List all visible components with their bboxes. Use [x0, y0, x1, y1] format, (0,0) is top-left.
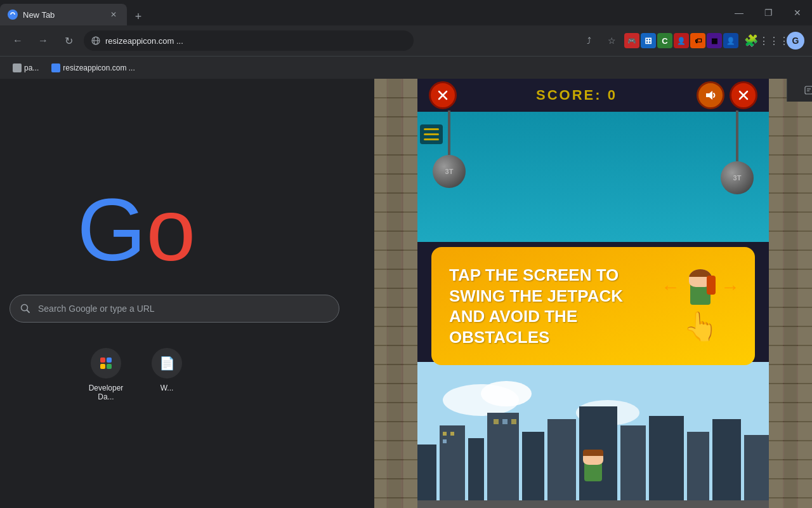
search-icon	[20, 304, 30, 314]
svg-rect-83	[494, 419, 499, 424]
forward-button[interactable]: →	[33, 30, 53, 51]
svg-rect-9	[107, 364, 112, 369]
shortcut-item-0[interactable]: Developer Da...	[81, 348, 131, 401]
svg-rect-63	[798, 79, 812, 508]
shortcut-label-1: W...	[160, 384, 174, 392]
svg-rect-61	[769, 79, 783, 508]
search-box[interactable]: Search Google or type a URL	[10, 295, 339, 323]
svg-rect-73	[547, 419, 576, 508]
svg-rect-35	[374, 79, 387, 508]
ball-left: 3T	[433, 155, 466, 188]
svg-marker-89	[706, 91, 712, 100]
brick-wall-left	[374, 79, 417, 508]
game-score: SCORE: 0	[457, 87, 697, 104]
back-button[interactable]: ←	[8, 30, 28, 51]
active-tab[interactable]: New Tab ✕	[0, 4, 127, 25]
toolbar-icons: ⤴ ☆ 🎮 ⊞ C 👤 🏷 ▦ 👤 🧩 ⋮⋮⋮ G	[579, 30, 804, 51]
apps-button[interactable]: ⋮⋮⋮	[764, 30, 784, 51]
wrecking-ball-left: 3T	[433, 110, 466, 188]
tab-close-button[interactable]: ✕	[108, 9, 119, 20]
reading-list-icon	[804, 86, 812, 95]
ext-icon-5[interactable]: ▦	[707, 33, 722, 48]
hamburger-line-1	[424, 128, 439, 130]
globe-icon	[91, 36, 100, 45]
svg-rect-36	[388, 79, 401, 508]
jetpack	[707, 276, 716, 295]
svg-rect-84	[502, 419, 508, 424]
bookmark-item-0[interactable]: pa...	[8, 60, 44, 76]
instruction-overlay: TAP THE SCREEN TO SWING THE JETPACK AND …	[431, 247, 755, 365]
instruction-visual: ← →	[661, 269, 740, 343]
shortcut-item-1[interactable]: 📄 W...	[141, 348, 192, 401]
reading-list-button[interactable]: Reading...	[787, 79, 812, 102]
arrow-left-icon: ←	[661, 276, 680, 298]
navbar: ← → ↻ resizeappicon.com ... ⤴ ☆ 🎮 ⊞ C 👤 …	[0, 25, 812, 56]
minimize-button[interactable]: —	[724, 3, 754, 23]
svg-rect-70	[468, 438, 484, 508]
search-placeholder: Search Google or type a URL	[38, 304, 329, 314]
logo-g: G	[77, 185, 147, 274]
sky-area	[417, 112, 769, 242]
ext-icon-2[interactable]: C	[657, 33, 672, 48]
new-tab-button[interactable]: +	[129, 8, 147, 25]
svg-rect-71	[487, 413, 519, 508]
ext-icon-6[interactable]: 👤	[723, 33, 738, 48]
svg-rect-80	[443, 432, 447, 436]
bookmark-button[interactable]: ☆	[601, 30, 622, 51]
bookmark-item-1[interactable]: resizeappicon.com ...	[46, 60, 140, 76]
address-text: resizeappicon.com ...	[105, 36, 183, 46]
svg-rect-78	[712, 419, 741, 508]
ext-icon-4[interactable]: 🏷	[690, 33, 705, 48]
gc-head	[583, 450, 603, 465]
game-menu-icon[interactable]	[420, 124, 443, 144]
ball-right: 3T	[721, 161, 754, 194]
tab-area: New Tab ✕ +	[0, 0, 147, 25]
refresh-button[interactable]: ↻	[58, 30, 79, 51]
game-sound-button[interactable]	[697, 81, 724, 109]
game-frame: SCORE: 0	[374, 79, 812, 508]
svg-point-66	[481, 381, 532, 406]
svg-rect-69	[440, 425, 465, 508]
bookmark-label-0: pa...	[24, 64, 39, 72]
chain-left	[448, 110, 450, 155]
svg-rect-76	[649, 416, 684, 508]
brick-wall-right	[769, 79, 812, 508]
score-bar: SCORE: 0	[419, 79, 768, 112]
share-button[interactable]: ⤴	[579, 30, 599, 51]
bookmark-label-1: resizeappicon.com ...	[63, 64, 134, 72]
svg-rect-81	[450, 432, 454, 436]
svg-rect-82	[443, 439, 447, 443]
hamburger-line-3	[424, 138, 439, 140]
ext-icon-1[interactable]: ⊞	[641, 33, 656, 48]
svg-rect-62	[784, 79, 797, 508]
svg-rect-6	[100, 358, 105, 363]
svg-rect-85	[511, 419, 516, 424]
chain-right	[736, 110, 738, 161]
game-exit-button[interactable]	[730, 81, 757, 109]
hamburger-line-2	[424, 133, 439, 135]
svg-rect-72	[522, 432, 544, 508]
profile-button[interactable]: G	[787, 32, 804, 50]
address-bar[interactable]: resizeappicon.com ...	[84, 30, 414, 51]
extensions-row: 🎮 ⊞ C 👤 🏷 ▦ 👤	[624, 33, 738, 48]
svg-line-5	[27, 311, 30, 313]
close-button[interactable]: ✕	[783, 3, 812, 23]
tap-hand-icon: 👆	[683, 310, 718, 343]
shortcut-icon-0	[91, 348, 121, 378]
maximize-button[interactable]: ❐	[754, 3, 783, 23]
logo-o1: o	[147, 185, 196, 274]
ext-icon-3[interactable]: 👤	[674, 33, 689, 48]
window-controls: — ❐ ✕	[724, 3, 812, 23]
ext-icon-0[interactable]: 🎮	[624, 33, 639, 48]
gc-hat	[583, 450, 603, 456]
svg-rect-79	[744, 435, 769, 508]
shortcut-icon-1: 📄	[152, 348, 182, 378]
game-close-button[interactable]	[429, 81, 457, 109]
bookmark-favicon-1	[51, 64, 60, 72]
ground-character	[582, 450, 605, 481]
arrow-right-icon: →	[721, 276, 740, 298]
titlebar: New Tab ✕ + — ❐ ✕	[0, 0, 812, 25]
game-panel[interactable]: SCORE: 0	[374, 79, 812, 508]
bookmark-favicon-0	[13, 64, 22, 72]
character-sprite	[685, 269, 716, 305]
